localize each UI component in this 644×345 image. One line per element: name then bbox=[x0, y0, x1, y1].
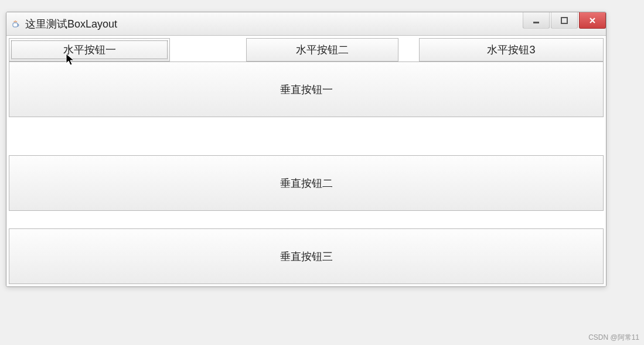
vertical-strut-2 bbox=[9, 211, 604, 228]
svg-rect-1 bbox=[561, 18, 567, 23]
button-label: 水平按钮3 bbox=[487, 43, 535, 57]
minimize-button[interactable] bbox=[523, 12, 550, 29]
window-title: 这里测试BoxLayout bbox=[25, 17, 602, 31]
horizontal-strut-2 bbox=[398, 38, 419, 62]
java-cup-icon bbox=[10, 19, 21, 29]
svg-rect-0 bbox=[533, 22, 539, 23]
button-label: 垂直按钮二 bbox=[280, 176, 333, 190]
vertical-button-1[interactable]: 垂直按钮一 bbox=[9, 62, 604, 117]
horizontal-button-1[interactable]: 水平按钮一 bbox=[9, 38, 170, 62]
horizontal-box: 水平按钮一 水平按钮二 水平按钮3 bbox=[9, 38, 604, 62]
maximize-button[interactable] bbox=[551, 12, 578, 29]
horizontal-button-3[interactable]: 水平按钮3 bbox=[419, 38, 604, 62]
horizontal-strut-1 bbox=[170, 38, 246, 62]
horizontal-button-2[interactable]: 水平按钮二 bbox=[246, 38, 398, 62]
vertical-button-3[interactable]: 垂直按钮三 bbox=[9, 228, 604, 284]
vertical-button-2[interactable]: 垂直按钮二 bbox=[9, 155, 604, 211]
title-bar: 这里测试BoxLayout bbox=[6, 12, 606, 36]
button-label: 垂直按钮三 bbox=[280, 250, 333, 264]
button-label: 水平按钮二 bbox=[296, 43, 349, 57]
client-area: 水平按钮一 水平按钮二 水平按钮3 垂直按钮一 垂直按钮二 bbox=[6, 36, 606, 286]
close-button[interactable] bbox=[579, 12, 606, 29]
vertical-strut-1 bbox=[9, 117, 604, 155]
button-label: 垂直按钮一 bbox=[280, 83, 333, 97]
app-window: 这里测试BoxLayout 水平按钮一 bbox=[6, 12, 606, 287]
window-controls bbox=[523, 12, 606, 30]
button-label: 水平按钮一 bbox=[63, 43, 116, 57]
